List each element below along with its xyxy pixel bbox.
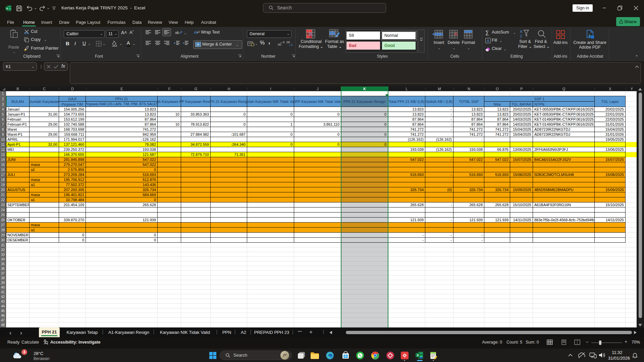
svg-text:ab: ab <box>175 31 179 35</box>
svg-text:Z: Z <box>520 34 522 38</box>
svg-text:→0: →0 <box>288 43 292 47</box>
svg-text:x: x <box>417 353 419 357</box>
svg-text:A: A <box>520 29 523 34</box>
svg-text:x: x <box>6 7 8 10</box>
svg-text:←0: ←0 <box>280 41 284 44</box>
